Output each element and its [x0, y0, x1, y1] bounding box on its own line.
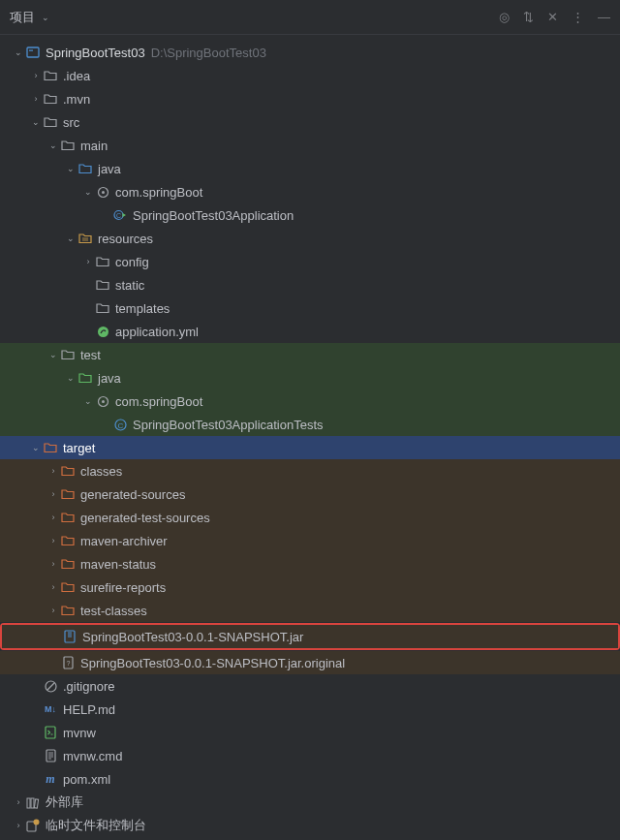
node-scratches[interactable]: › 临时文件和控制台 [0, 814, 620, 837]
node-jar[interactable]: SpringBootTest03-0.0.1-SNAPSHOT.jar [2, 625, 618, 648]
node-external-libraries[interactable]: › 外部库 [0, 791, 620, 814]
chevron-right-icon: › [12, 797, 25, 807]
node-gitignore[interactable]: .gitignore [0, 674, 620, 698]
module-icon [25, 45, 41, 60]
folder-icon [60, 347, 76, 362]
archive-icon [62, 629, 78, 644]
folder-icon [43, 91, 58, 107]
chevron-down-icon: ⌄ [64, 373, 78, 383]
chevron-right-icon: › [46, 582, 60, 592]
package-icon [95, 184, 110, 200]
node-app-class[interactable]: C SpringBootTest03Application [0, 203, 620, 227]
node-templates[interactable]: templates [0, 296, 620, 320]
node-maven-archiver[interactable]: › maven-archiver [0, 529, 620, 552]
chevron-down-icon: ⌄ [46, 350, 60, 359]
project-title-label: 项目 [10, 9, 35, 26]
svg-rect-0 [27, 47, 39, 57]
node-maven-status[interactable]: › maven-status [0, 552, 620, 576]
excluded-folder-icon [60, 510, 76, 525]
chevron-right-icon: › [46, 489, 60, 499]
package-icon [95, 393, 110, 409]
scratch-icon [25, 818, 41, 833]
node-mvn[interactable]: › .mvn [0, 87, 620, 110]
resources-folder-icon [78, 231, 93, 246]
svg-point-23 [34, 820, 40, 825]
node-java-test[interactable]: ⌄ java [0, 366, 620, 389]
chevron-down-icon: ⌄ [81, 396, 95, 406]
text-file-icon [43, 748, 58, 763]
excluded-folder-icon [60, 556, 76, 572]
chevron-right-icon: › [46, 466, 60, 476]
chevron-down-icon: ⌄ [29, 443, 43, 452]
node-test-classes[interactable]: › test-classes [0, 599, 620, 622]
svg-rect-19 [27, 798, 30, 808]
folder-icon [43, 68, 58, 83]
node-help-md[interactable]: M↓ HELP.md [0, 698, 620, 721]
node-surefire[interactable]: › surefire-reports [0, 576, 620, 599]
folder-icon [95, 277, 110, 293]
node-package-test[interactable]: ⌄ com.springBoot [0, 389, 620, 413]
class-runnable-icon: C [112, 207, 128, 223]
node-mvnw-cmd[interactable]: mvnw.cmd [0, 744, 620, 767]
folder-icon [60, 138, 76, 153]
chevron-right-icon: › [81, 257, 95, 266]
tree-root[interactable]: ⌄ SpringBootTest03 D:\SpringBootTest03 [0, 41, 620, 64]
chevron-down-icon: ⌄ [81, 187, 95, 197]
svg-text:?: ? [66, 660, 70, 667]
node-static[interactable]: static [0, 273, 620, 296]
library-icon [25, 794, 41, 810]
folder-icon [95, 300, 110, 316]
node-classes[interactable]: › classes [0, 459, 620, 482]
minimize-icon[interactable]: — [598, 10, 610, 24]
more-icon[interactable]: ⋮ [572, 10, 584, 24]
svg-point-3 [102, 191, 105, 194]
svg-point-7 [98, 327, 108, 337]
spring-file-icon [95, 324, 110, 339]
chevron-right-icon: › [12, 821, 25, 830]
node-config[interactable]: › config [0, 250, 620, 273]
node-pom[interactable]: m pom.xml [0, 767, 620, 791]
root-path: D:\SpringBootTest03 [151, 46, 266, 60]
collapse-icon[interactable]: ⇅ [523, 10, 534, 24]
chevron-down-icon: ⌄ [12, 47, 25, 57]
test-folder-icon [78, 370, 93, 386]
node-test[interactable]: ⌄ test [0, 343, 620, 366]
root-name: SpringBootTest03 [46, 46, 145, 60]
folder-icon [95, 254, 110, 269]
node-gen-test-sources[interactable]: › generated-test-sources [0, 506, 620, 529]
maven-icon: m [43, 771, 58, 787]
node-jar-original[interactable]: ? SpringBootTest03-0.0.1-SNAPSHOT.jar.or… [0, 651, 620, 674]
chevron-down-icon: ⌄ [64, 233, 78, 243]
svg-rect-20 [31, 798, 34, 808]
node-gen-sources[interactable]: › generated-sources [0, 482, 620, 506]
chevron-down-icon: ⌄ [39, 13, 52, 22]
close-icon[interactable]: ✕ [547, 10, 558, 24]
node-mvnw[interactable]: mvnw [0, 721, 620, 744]
chevron-right-icon: › [29, 71, 43, 80]
svg-rect-6 [82, 237, 88, 241]
excluded-folder-icon [60, 533, 76, 548]
file-icon: ? [60, 655, 76, 670]
target-icon[interactable]: ◎ [499, 10, 510, 24]
node-java-main[interactable]: ⌄ java [0, 157, 620, 180]
project-title[interactable]: 项目 ⌄ [10, 9, 52, 26]
node-app-yml[interactable]: application.yml [0, 320, 620, 343]
svg-line-16 [47, 683, 54, 690]
svg-point-9 [102, 400, 105, 403]
node-test-class[interactable]: C SpringBootTest03ApplicationTests [0, 413, 620, 436]
svg-text:C: C [117, 420, 123, 429]
class-icon: C [112, 417, 128, 432]
excluded-folder-icon [60, 579, 76, 595]
node-idea[interactable]: › .idea [0, 64, 620, 87]
node-target[interactable]: ⌄ target [0, 436, 620, 459]
node-src[interactable]: ⌄ src [0, 110, 620, 134]
chevron-right-icon: › [46, 513, 60, 522]
node-main[interactable]: ⌄ main [0, 134, 620, 157]
excluded-folder-icon [60, 486, 76, 502]
project-toolbar: 项目 ⌄ ◎ ⇅ ✕ ⋮ — [0, 0, 620, 35]
node-resources[interactable]: ⌄ resources [0, 227, 620, 250]
node-package-main[interactable]: ⌄ com.springBoot [0, 180, 620, 203]
chevron-right-icon: › [46, 606, 60, 615]
chevron-down-icon: ⌄ [29, 117, 43, 127]
svg-text:C: C [116, 212, 121, 219]
